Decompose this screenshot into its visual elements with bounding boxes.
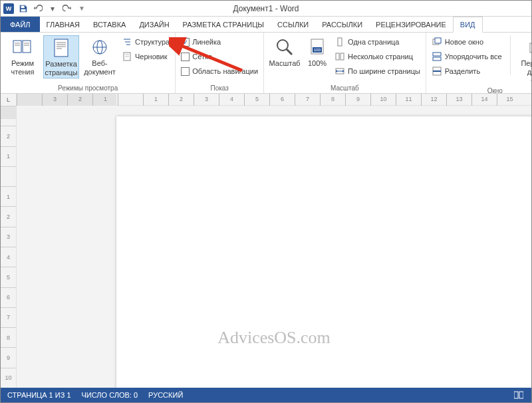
gridlines-label: Сетка	[192, 53, 212, 61]
switch-windows-button[interactable]: Перейти в другое окно	[517, 35, 531, 86]
draft-label: Черновик	[135, 53, 168, 61]
group-window: Новое окно Упорядочить все Разделить Пер…	[426, 33, 531, 93]
new-window-button[interactable]: Новое окно	[430, 35, 503, 49]
svg-line-23	[287, 49, 292, 55]
tab-home[interactable]: ГЛАВНАЯ	[40, 17, 86, 32]
ribbon: Режим чтения Разметка страницы Веб- доку…	[1, 33, 531, 94]
web-layout-button[interactable]: Веб- документ	[82, 35, 118, 78]
svg-rect-33	[435, 38, 441, 43]
checkbox-icon	[181, 53, 190, 61]
group-window-label: Окно	[430, 86, 531, 94]
tab-view[interactable]: ВИД	[453, 17, 483, 33]
split-button[interactable]: Разделить	[430, 65, 503, 78]
window-title: Документ1 - Word	[233, 4, 299, 13]
print-layout-icon	[51, 37, 72, 59]
zoom-100-icon: 100	[307, 37, 328, 58]
svg-rect-35	[433, 57, 441, 61]
outline-label: Структура	[135, 38, 170, 46]
web-layout-icon	[89, 37, 110, 58]
read-mode-button[interactable]: Режим чтения	[5, 35, 41, 78]
svg-rect-42	[519, 392, 523, 398]
tab-insert[interactable]: ВСТАВКА	[86, 17, 132, 32]
redo-icon	[63, 4, 72, 13]
group-views: Режим чтения Разметка страницы Веб- доку…	[1, 33, 176, 93]
horizontal-ruler[interactable]: 321 123456789101112131415	[17, 94, 531, 106]
qat-dropdown[interactable]: ▾	[47, 3, 58, 14]
multi-page-icon	[334, 51, 345, 62]
svg-text:100: 100	[314, 48, 321, 52]
zoom-button[interactable]: Масштаб	[268, 35, 301, 78]
one-page-label: Одна страница	[348, 38, 399, 46]
multi-page-button[interactable]: Несколько страниц	[333, 50, 422, 63]
tab-references[interactable]: ССЫЛКИ	[271, 17, 315, 32]
print-layout-button[interactable]: Разметка страницы	[43, 35, 79, 78]
svg-rect-2	[13, 41, 21, 53]
svg-rect-3	[23, 41, 31, 53]
navpane-checkbox[interactable]: Область навигации	[180, 65, 259, 78]
svg-point-22	[277, 40, 288, 51]
save-button[interactable]	[18, 3, 29, 14]
group-zoom-label: Масштаб	[268, 83, 422, 92]
tab-design[interactable]: ДИЗАЙН	[132, 17, 176, 32]
switch-windows-label: Перейти в другое окно	[519, 59, 531, 84]
tab-review[interactable]: РЕЦЕНЗИРОВАНИЕ	[369, 17, 453, 32]
page-width-icon	[334, 66, 345, 76]
svg-rect-28	[336, 53, 339, 60]
svg-rect-0	[21, 5, 25, 8]
tab-file[interactable]: ФАЙЛ	[1, 17, 40, 32]
checkbox-icon	[181, 67, 190, 76]
zoom-100-button[interactable]: 100 100%	[304, 35, 331, 78]
group-views-label: Режимы просмотра	[5, 83, 171, 92]
page-width-label: По ширине страницы	[348, 67, 420, 75]
vertical-ruler[interactable]: 2112345678910	[1, 106, 17, 388]
watermark-text: AdvicesOS.com	[217, 328, 331, 348]
svg-rect-27	[338, 38, 342, 46]
read-mode-label: Режим чтения	[11, 59, 35, 76]
save-icon	[19, 4, 28, 13]
read-mode-icon	[12, 37, 33, 58]
group-show-label: Показ	[180, 83, 259, 92]
page-width-button[interactable]: По ширине страницы	[333, 65, 422, 78]
undo-button[interactable]	[33, 3, 43, 14]
word-app-icon: W	[3, 3, 14, 14]
draft-button[interactable]: Черновик	[120, 50, 171, 63]
arrange-all-icon	[432, 51, 442, 62]
svg-rect-29	[340, 53, 344, 60]
arrange-all-label: Упорядочить все	[445, 53, 502, 61]
one-page-icon	[334, 37, 345, 47]
undo-icon	[33, 4, 43, 13]
document-area: 2112345678910 AdvicesOS.com	[1, 106, 531, 388]
tab-page-layout[interactable]: РАЗМЕТКА СТРАНИЦЫ	[176, 17, 271, 32]
web-layout-label: Веб- документ	[84, 59, 116, 76]
svg-rect-38	[530, 43, 531, 53]
ruler-checkbox[interactable]: ✓ Линейка	[180, 35, 259, 49]
multi-page-label: Несколько страниц	[348, 53, 413, 61]
svg-rect-41	[514, 392, 518, 398]
zoom-icon	[274, 37, 295, 58]
gridlines-checkbox[interactable]: Сетка	[180, 50, 259, 63]
arrange-all-button[interactable]: Упорядочить все	[430, 50, 503, 63]
qat-customize[interactable]: ▼	[76, 3, 87, 14]
group-zoom: Масштаб 100 100% Одна страница Несколько…	[264, 33, 426, 93]
view-readmode-icon[interactable]	[513, 390, 525, 400]
tab-selector[interactable]: L	[1, 94, 17, 106]
status-words[interactable]: ЧИСЛО СЛОВ: 0	[82, 391, 138, 399]
new-window-label: Новое окно	[445, 38, 483, 46]
print-layout-label: Разметка страницы	[45, 60, 77, 76]
document-canvas[interactable]: AdvicesOS.com	[17, 106, 531, 388]
status-language[interactable]: РУССКИЙ	[148, 391, 183, 399]
switch-windows-icon	[528, 37, 531, 58]
title-bar: W ▾ ▼ Документ1 - Word	[1, 1, 531, 17]
ruler-label: Линейка	[192, 38, 221, 46]
tab-mailings[interactable]: РАССЫЛКИ	[315, 17, 369, 32]
navpane-label: Область навигации	[192, 67, 258, 75]
status-page[interactable]: СТРАНИЦА 1 ИЗ 1	[7, 391, 71, 399]
outline-icon	[122, 37, 132, 47]
zoom-label: Масштаб	[269, 59, 301, 68]
redo-button[interactable]	[62, 3, 72, 14]
draft-icon	[122, 51, 132, 62]
outline-button[interactable]: Структура	[120, 35, 171, 49]
status-bar: СТРАНИЦА 1 ИЗ 1 ЧИСЛО СЛОВ: 0 РУССКИЙ	[1, 388, 531, 402]
split-icon	[432, 66, 442, 76]
one-page-button[interactable]: Одна страница	[333, 35, 422, 49]
